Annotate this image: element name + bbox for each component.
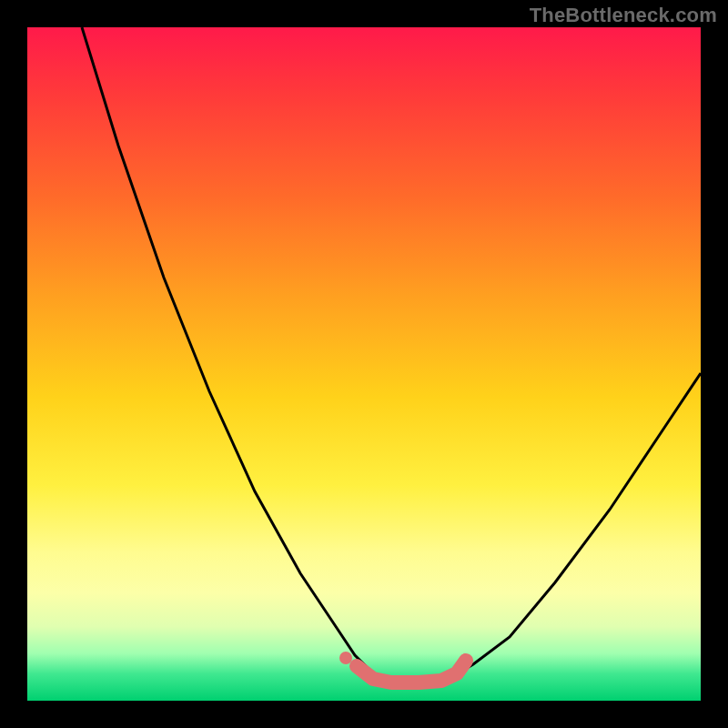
chart-svg [27, 27, 701, 701]
chart-frame [27, 27, 701, 701]
watermark-text: TheBottleneck.com [530, 4, 717, 27]
bottleneck-curve [82, 27, 701, 682]
flat-zone-highlight [357, 661, 466, 682]
marker-dot-icon [339, 652, 352, 664]
